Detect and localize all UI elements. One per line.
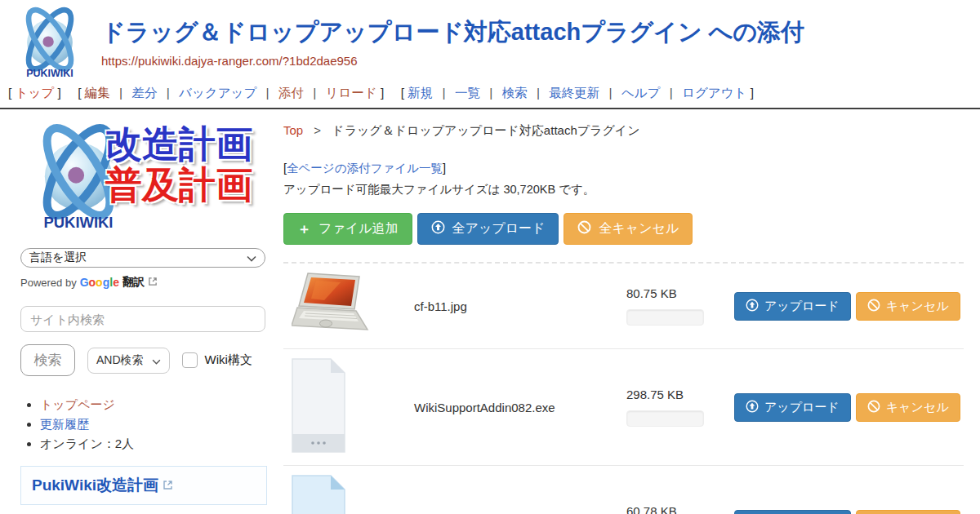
upload-circle-icon	[431, 220, 445, 237]
nav-link-top[interactable]: トップ	[16, 86, 55, 100]
nav-separator: |	[537, 86, 540, 100]
chevron-down-icon	[152, 354, 161, 367]
upload-toolbar: ＋ ファイル追加 全アップロード 全キャンセル	[283, 213, 964, 245]
cancel-label: キャンセル	[886, 299, 949, 314]
page-header: PUKIWIKI ドラッグ＆ドロップアップロード対応attachプラグイン への…	[0, 0, 980, 109]
svg-text:PUKIWIKI: PUKIWIKI	[26, 68, 74, 79]
file-name: WikiSupportAddin082.exe	[414, 401, 626, 414]
nav-link-list[interactable]: 一覧	[455, 86, 480, 100]
nav-link-recent[interactable]: 最終更新	[549, 86, 599, 100]
nav-bracket: [	[8, 86, 11, 100]
site-url-link[interactable]: https://pukiwiki.dajya-ranger.com/?1bd2d…	[101, 54, 358, 68]
ban-circle-icon	[867, 400, 880, 415]
sidebar: PUKIWIKI 改造計画 普及計画 言語を選択 Powered by Goog…	[0, 109, 271, 514]
nav-separator: |	[313, 86, 316, 100]
nav-link-search[interactable]: 検索	[502, 86, 528, 100]
nav-bracket: ]	[58, 86, 61, 100]
list-item: トップページ	[40, 396, 271, 414]
search-mode-select[interactable]: AND検索	[87, 348, 170, 374]
cancel-file-button[interactable]: キャンセル	[856, 510, 960, 514]
cancel-file-button[interactable]: キャンセル	[856, 393, 960, 422]
list-item: 更新履歴	[40, 415, 271, 433]
upload-progress-bar	[626, 410, 704, 427]
nav-link-edit[interactable]: 編集	[85, 86, 110, 100]
laptop-photo-thumbnail	[292, 271, 373, 341]
external-link-icon	[148, 277, 158, 289]
nav-bracket: [	[78, 86, 81, 100]
external-link-icon	[163, 476, 173, 494]
nav-separator: |	[266, 86, 270, 100]
main-content: Top > ドラッグ＆ドロップアップロード対応attachプラグイン [全ページ…	[271, 109, 980, 514]
search-mode-value: AND検索	[96, 353, 144, 368]
nav-separator: |	[609, 86, 612, 100]
upload-file-button[interactable]: アップロード	[734, 393, 851, 422]
file-row: WikiSupportAddin082.exe 298.75 KB アップロード	[283, 349, 964, 466]
upload-label: アップロード	[764, 299, 840, 314]
cancel-label: キャンセル	[886, 400, 949, 415]
logo-slogan-line2: 普及計画	[105, 165, 252, 206]
nav-bracket: [	[401, 86, 404, 100]
wiki-syntax-label: Wiki構文	[205, 352, 252, 368]
logo-slogan-line1: 改造計画	[105, 124, 252, 165]
upload-all-button[interactable]: 全アップロード	[417, 213, 559, 245]
nav-link-logout[interactable]: ログアウト	[682, 86, 746, 100]
nav-separator: |	[167, 86, 170, 100]
search-button[interactable]: 検索	[20, 344, 75, 376]
sidebar-panel: PukiWiki改造計画	[20, 466, 267, 505]
powered-by-text: Powered by	[20, 277, 77, 289]
add-files-label: ファイル追加	[318, 220, 399, 237]
sidebar-panel-title-link[interactable]: PukiWiki改造計画	[32, 475, 173, 496]
upload-circle-icon	[746, 400, 759, 415]
page-title: ドラッグ＆ドロップアップロード対応attachプラグイン への添付	[101, 18, 804, 47]
translate-link[interactable]: 翻訳	[122, 275, 145, 290]
cancel-all-button[interactable]: 全キャンセル	[564, 213, 693, 245]
sidebar-link-toppage[interactable]: トップページ	[40, 397, 115, 411]
nav-link-help[interactable]: ヘルプ	[621, 86, 661, 100]
nav-bracket: ]	[381, 86, 384, 100]
upload-all-label: 全アップロード	[452, 220, 546, 237]
cancel-file-button[interactable]: キャンセル	[856, 292, 960, 321]
sidebar-panel-title: PukiWiki改造計画	[32, 475, 158, 496]
wiki-syntax-checkbox[interactable]	[182, 352, 198, 368]
generic-file-icon	[292, 358, 345, 456]
bracket: ]	[443, 162, 446, 175]
attach-list-line: [全ページの添付ファイル一覧]	[283, 161, 964, 176]
google-logo-text: Google	[80, 276, 119, 289]
google-translate-attribution: Powered by Google 翻訳	[20, 275, 271, 290]
add-files-button[interactable]: ＋ ファイル追加	[283, 213, 412, 245]
breadcrumb: Top > ドラッグ＆ドロップアップロード対応attachプラグイン	[283, 123, 964, 139]
html-file-icon: </>	[292, 475, 345, 514]
file-dropzone[interactable]: cf-b11.jpg 80.75 KB アップロード	[283, 262, 964, 514]
online-count: オンライン：2人	[40, 436, 134, 450]
nav-link-attach[interactable]: 添付	[278, 86, 304, 100]
nav-link-backup[interactable]: バックアップ	[179, 86, 256, 100]
upload-file-button[interactable]: アップロード	[734, 510, 851, 514]
sidebar-quick-links: トップページ 更新履歴 オンライン：2人	[20, 396, 271, 452]
upload-file-button[interactable]: アップロード	[734, 292, 851, 321]
nav-link-new[interactable]: 新規	[408, 86, 433, 100]
upload-label: アップロード	[764, 400, 840, 415]
file-row: cf-b11.jpg 80.75 KB アップロード	[283, 264, 964, 349]
sidebar-site-logo[interactable]: PUKIWIKI 改造計画 普及計画	[20, 121, 270, 243]
upload-circle-icon	[746, 299, 759, 314]
all-attachments-link[interactable]: 全ページの添付ファイル一覧	[287, 162, 443, 175]
nav-link-diff[interactable]: 差分	[131, 86, 157, 100]
ban-circle-icon	[577, 220, 591, 237]
file-size: 298.75 KB	[626, 388, 723, 401]
breadcrumb-home-link[interactable]: Top	[283, 123, 303, 137]
nav-separator: |	[119, 86, 122, 100]
max-upload-size-text: アップロード可能最大ファイルサイズは 30,720KB です。	[283, 182, 964, 197]
cancel-all-label: 全キャンセル	[599, 220, 679, 237]
nav-separator: |	[443, 86, 446, 100]
list-item: オンライン：2人	[40, 435, 271, 453]
site-search-input[interactable]	[20, 306, 265, 332]
language-select[interactable]: 言語を選択	[20, 248, 265, 268]
logo-brand-text: PUKIWIKI	[43, 214, 113, 231]
nav-link-reload[interactable]: リロード	[326, 86, 377, 100]
nav-separator: |	[489, 86, 492, 100]
nav-bracket: ]	[751, 86, 754, 100]
chevron-down-icon	[247, 251, 256, 264]
sidebar-link-history[interactable]: 更新履歴	[40, 417, 89, 431]
pukiwiki-atom-logo-icon[interactable]: PUKIWIKI	[8, 5, 91, 83]
ban-circle-icon	[867, 299, 880, 314]
